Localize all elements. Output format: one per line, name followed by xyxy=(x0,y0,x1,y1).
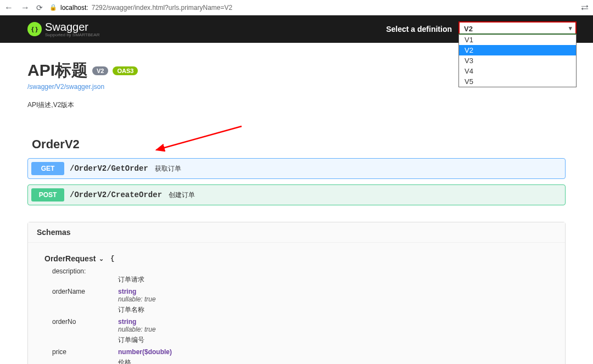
schema-prop-name: price xyxy=(52,348,118,364)
swagger-logo-subtext: Supported by SMARTBEAR xyxy=(45,32,99,37)
operation-summary: 创建订单 xyxy=(169,191,195,200)
dropdown-option-v1[interactable]: V1 xyxy=(459,35,576,45)
dropdown-option-v4[interactable]: V4 xyxy=(459,66,576,76)
definition-label: Select a definition xyxy=(386,25,452,33)
api-title: API标题 xyxy=(27,59,88,82)
swagger-logo-icon: { } xyxy=(27,22,42,36)
dropdown-option-v3[interactable]: V3 xyxy=(459,55,576,66)
url-host: localhost: xyxy=(60,4,88,12)
schema-prop-type: string nullable: true 订单名称 xyxy=(118,288,156,315)
brace-open: { xyxy=(110,255,114,262)
method-badge-get: GET xyxy=(31,162,64,175)
schema-prop-name: orderNo xyxy=(52,318,118,345)
schema-prop-type: number($double) 价格 xyxy=(118,348,172,364)
reload-button[interactable]: ⟳ xyxy=(36,3,43,12)
dropdown-option-v2[interactable]: V2 xyxy=(459,45,576,55)
operation-create-order[interactable]: POST /OrderV2/CreateOrder 创建订单 xyxy=(27,184,566,205)
back-button[interactable]: ← xyxy=(4,3,13,13)
api-description: API描述,V2版本 xyxy=(27,100,566,110)
definition-dropdown: V1 V2 V3 V4 V5 xyxy=(458,33,577,87)
schema-model-name[interactable]: OrderRequest ⌄ { xyxy=(44,254,115,263)
url-path: 7292/swagger/index.html?urls.primaryName… xyxy=(92,4,232,12)
swagger-logo: { } Swagger Supported by SMARTBEAR xyxy=(27,21,99,37)
address-bar[interactable]: 🔒 localhost:7292/swagger/index.html?urls… xyxy=(49,4,232,12)
schemas-header[interactable]: Schemas xyxy=(28,222,565,243)
tag-name[interactable]: OrderV2 xyxy=(27,137,566,152)
schema-prop-type: string nullable: true 订单编号 xyxy=(118,318,156,345)
swagger-logo-text: Swagger xyxy=(45,21,99,33)
oas-badge: OAS3 xyxy=(113,66,138,75)
schema-desc-value: 订单请求 xyxy=(118,267,144,284)
version-badge: V2 xyxy=(92,66,108,75)
schema-prop-name: orderName xyxy=(52,288,118,315)
schema-desc-label: description: xyxy=(52,267,118,284)
method-badge-post: POST xyxy=(31,188,64,201)
forward-button[interactable]: → xyxy=(21,3,30,13)
dropdown-option-v5[interactable]: V5 xyxy=(459,76,576,87)
schemas-section: Schemas OrderRequest ⌄ { description: 订单… xyxy=(27,222,566,364)
operation-summary: 获取订单 xyxy=(155,164,181,173)
operation-path: /OrderV2/GetOrder xyxy=(70,164,148,173)
lock-icon: 🔒 xyxy=(49,4,57,11)
operation-get-order[interactable]: GET /OrderV2/GetOrder 获取订单 xyxy=(27,158,566,179)
translate-icon[interactable]: ⮂ xyxy=(581,3,589,12)
chevron-down-icon: ⌄ xyxy=(99,255,104,262)
browser-toolbar: ← → ⟳ 🔒 localhost:7292/swagger/index.htm… xyxy=(0,0,593,15)
operation-path: /OrderV2/CreateOrder xyxy=(70,191,162,199)
